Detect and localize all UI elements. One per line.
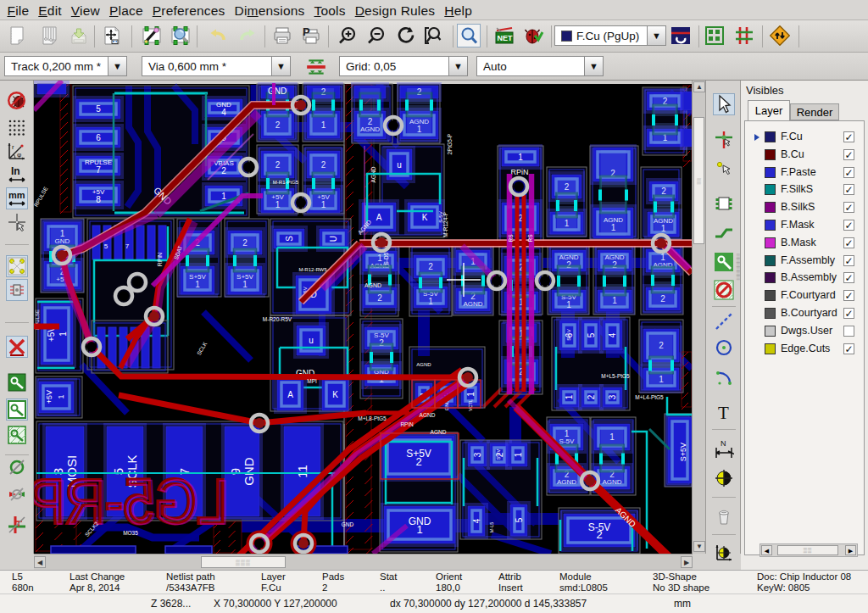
svg-text:1: 1 [518, 153, 523, 162]
svg-text:RPiN: RPiN [510, 168, 528, 176]
svg-text:GND: GND [268, 86, 287, 96]
svg-text:2PtG5-P: 2PtG5-P [447, 134, 453, 155]
svg-text:1: 1 [514, 452, 523, 457]
svg-text:M+L5-PtG5: M+L5-PtG5 [601, 373, 630, 379]
svg-text:U: U [329, 236, 338, 242]
svg-text:φ: φ [17, 151, 21, 159]
svg-text:3: 3 [608, 394, 617, 399]
svg-text:P: P [303, 25, 310, 38]
svg-text:K: K [422, 213, 428, 222]
svg-text:A: A [376, 213, 382, 222]
svg-text:3: 3 [473, 452, 482, 457]
svg-text:4: 4 [608, 332, 617, 337]
svg-text:5: 5 [515, 517, 524, 522]
svg-text:4: 4 [472, 518, 481, 523]
svg-text:M+L8-PtG5: M+L8-PtG5 [358, 415, 387, 421]
svg-text:MPI: MPI [307, 378, 317, 384]
svg-text:4: 4 [221, 108, 226, 117]
svg-text:1: 1 [565, 394, 574, 399]
svg-text:LG5-RP: LG5-RP [34, 467, 230, 538]
svg-text:AGND: AGND [416, 362, 431, 367]
svg-text:7: 7 [125, 242, 130, 250]
svg-text:5: 5 [96, 104, 101, 114]
svg-text:2: 2 [596, 528, 602, 541]
svg-text:S-D5: S-D5 [383, 252, 389, 265]
svg-text:u: u [397, 160, 402, 170]
svg-text:1: 1 [416, 523, 422, 536]
svg-text:T: T [718, 403, 729, 423]
svg-text:8: 8 [96, 195, 101, 204]
svg-text:M-R1-PtG5: M-R1-PtG5 [273, 180, 299, 185]
svg-text:NET: NET [497, 34, 513, 42]
svg-text:A: A [287, 390, 293, 399]
svg-text:AGND: AGND [364, 282, 381, 288]
svg-text:AGND: AGND [431, 429, 447, 435]
svg-text:RPiN: RPiN [157, 253, 163, 266]
svg-text:VCTL: VCTL [468, 399, 473, 411]
svg-text:In: In [11, 165, 20, 177]
svg-text:N: N [721, 439, 726, 448]
svg-text:7: 7 [96, 165, 101, 175]
svg-text:S+5V: S+5V [679, 443, 687, 461]
svg-text:2: 2 [587, 394, 596, 399]
svg-text:1: 1 [466, 392, 476, 397]
svg-text:AGND: AGND [420, 412, 436, 418]
svg-text:r: r [12, 143, 14, 151]
svg-text:S-5V: S-5V [566, 329, 571, 340]
svg-text:MO35: MO35 [123, 530, 138, 536]
svg-text:2: 2 [415, 455, 421, 468]
svg-text:M-R124-P: M-R124-P [442, 212, 448, 237]
svg-text:S-5V: S-5V [496, 449, 501, 460]
svg-text:1: 1 [57, 394, 65, 398]
svg-text:S: S [285, 236, 294, 242]
svg-text:2: 2 [221, 166, 226, 176]
svg-text:M-L5: M-L5 [489, 522, 494, 533]
svg-text:K: K [332, 390, 338, 399]
svg-text:GND: GND [242, 457, 256, 486]
svg-text:RPiN: RPiN [400, 421, 413, 427]
svg-text:M-R20-R5V: M-R20-R5V [263, 316, 292, 322]
svg-text:5: 5 [104, 242, 108, 250]
svg-text:5: 5 [587, 332, 596, 337]
svg-text:11: 11 [295, 465, 309, 478]
svg-text:M-R12-RW5: M-R12-RW5 [298, 267, 327, 272]
svg-text:6: 6 [96, 133, 101, 142]
svg-text:1: 1 [58, 332, 68, 337]
svg-text:+5V: +5V [45, 390, 53, 404]
svg-text:u: u [309, 336, 314, 345]
svg-text:RS: RS [527, 234, 533, 242]
svg-text:mm: mm [8, 190, 25, 200]
svg-text:GND: GND [342, 521, 354, 527]
svg-text:M+L4-PtG5: M+L4-PtG5 [635, 394, 664, 400]
svg-text:RS: RS [508, 234, 514, 242]
svg-text:1: 1 [221, 192, 226, 201]
